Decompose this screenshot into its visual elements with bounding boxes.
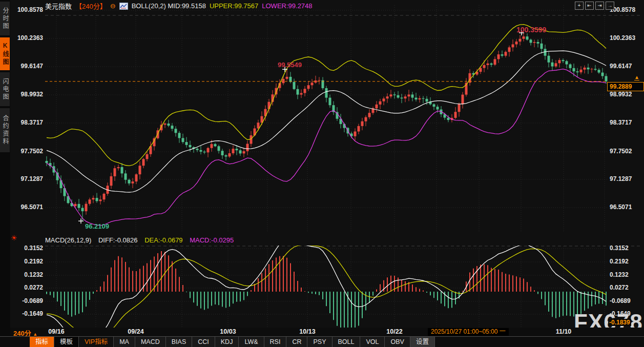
x-tick-10/13: 10/13 — [296, 328, 319, 335]
toolbar-item-设置[interactable]: 设置 — [410, 337, 435, 347]
pan-icon[interactable]: + — [575, 2, 584, 10]
boll-lower-readout: LOWER:99.2748 — [262, 2, 312, 10]
time-axis: 240分 ▲ 2025/10/27 01:00~05:00 一 09/1609/… — [0, 328, 644, 336]
axis-label: 99.6147 — [11, 63, 43, 70]
x-tick-09/16: 09/16 — [45, 328, 68, 335]
axis-label: -0.0689 — [610, 297, 631, 304]
live-indicator-icon[interactable]: ☀ — [11, 234, 17, 242]
boll-readout: BOLL(20,2) MID:99.5158 — [132, 2, 206, 10]
indicator-toolbar: 指标模板VIP指标MAMACDBIASCCIKDJLW&RSICRPSYBOLL… — [0, 336, 644, 347]
axis-label: 96.5071 — [11, 203, 43, 211]
axis-label: 98.9932 — [11, 91, 43, 98]
sidebar-tab-3[interactable]: 闪电图 — [0, 72, 10, 106]
scale-right-icon[interactable]: ⇥ — [595, 2, 604, 10]
chart-type-icon[interactable] — [119, 3, 128, 10]
window-controls: +⇤⇥→ — [575, 2, 614, 10]
sidebar: 分时图K线图闪电图合约资料 — [0, 0, 10, 347]
toolbar-item-VOL[interactable]: VOL — [360, 337, 385, 347]
price-up-arrow-icon: ▲ — [634, 75, 639, 80]
macd-title: MACD(26,12,9) — [45, 236, 91, 244]
axis-label: 98.9932 — [610, 91, 632, 98]
cursor-datetime-label: 2025/10/27 01:00~05:00 一 — [428, 328, 509, 336]
swing-high-label: 99.5549 — [278, 61, 302, 69]
toolbar-item-BOLL[interactable]: BOLL — [333, 337, 361, 347]
axis-label: 0.2192 — [11, 258, 43, 265]
axis-label: 0.2192 — [610, 258, 629, 265]
axis-label: 0.3152 — [610, 244, 629, 252]
toolbar-item-CCI[interactable]: CCI — [192, 337, 215, 347]
toolbar-item-PSY[interactable]: PSY — [307, 337, 332, 347]
axis-label: 97.1287 — [610, 175, 632, 182]
swing-low-label: 96.2109 — [85, 222, 109, 230]
toolbar-item-模板[interactable]: 模板 — [54, 337, 79, 347]
axis-label: -0.1649 — [11, 310, 43, 317]
axis-label: 100.2363 — [11, 34, 43, 42]
chart-header: 美元指数【240分】 ⊖ BOLL(20,2) MID:99.5158 UPPE… — [45, 2, 313, 10]
axis-label: -0.0689 — [11, 297, 43, 304]
axis-label: 98.3717 — [11, 119, 43, 126]
sidebar-tab-4[interactable]: 合约资料 — [0, 108, 10, 152]
period-label: 【240分】 — [75, 1, 107, 11]
toolbar-item-RSI[interactable]: RSI — [264, 337, 287, 347]
current-price-label: 99.2889 — [607, 82, 644, 91]
symbol-name: 美元指数 — [45, 1, 72, 11]
axis-label: 96.5071 — [610, 203, 632, 211]
sidebar-tab-1[interactable]: 分时图 — [0, 2, 10, 35]
toolbar-item-MACD[interactable]: MACD — [135, 337, 166, 347]
toolbar-item-指标[interactable]: 指标 — [30, 337, 54, 347]
toolbar-spacer — [0, 337, 30, 347]
x-tick-09/24: 09/24 — [124, 328, 147, 335]
axis-label: 100.2363 — [610, 34, 635, 42]
toolbar-item-BIAS[interactable]: BIAS — [166, 337, 193, 347]
macd-dea-readout: DEA:-0.0679 — [144, 236, 182, 244]
macd-min-label: -0.1839 — [608, 319, 631, 326]
chart-canvas[interactable] — [0, 0, 644, 347]
toolbar-item-LW&[interactable]: LW& — [239, 337, 264, 347]
axis-label: 98.3717 — [610, 119, 632, 126]
axis-label: 0.3152 — [11, 244, 43, 252]
axis-label: 97.7502 — [11, 148, 43, 155]
axis-label: 0.0272 — [610, 284, 629, 291]
axis-label: 99.6147 — [610, 63, 632, 70]
toolbar-item-CR[interactable]: CR — [286, 337, 307, 347]
axis-label: -0.1649 — [610, 310, 631, 317]
macd-header: MACD(26,12,9) DIFF:-0.0826 DEA:-0.0679 M… — [45, 236, 239, 244]
x-tick-10/03: 10/03 — [217, 328, 239, 335]
axis-label: 0.0272 — [11, 284, 43, 291]
macd-hist-readout: MACD:-0.0295 — [190, 236, 234, 244]
toolbar-item-KDJ[interactable]: KDJ — [215, 337, 239, 347]
axis-label: 0.1232 — [610, 271, 629, 278]
detach-icon[interactable]: → — [606, 2, 614, 10]
collapse-icon[interactable]: ⊖ — [110, 3, 116, 9]
axis-label: 97.1287 — [11, 175, 43, 182]
sidebar-tab-2[interactable]: K线图 — [0, 37, 10, 70]
macd-diff-readout: DIFF:-0.0826 — [98, 236, 138, 244]
toolbar-item-MA[interactable]: MA — [114, 337, 135, 347]
swing-high-label-2: 100.3599 — [516, 26, 546, 34]
axis-label: 0.1232 — [11, 271, 43, 278]
scale-left-icon[interactable]: ⇤ — [585, 2, 594, 10]
axis-label: 100.8578 — [11, 6, 43, 13]
x-tick-10/22: 10/22 — [383, 328, 406, 335]
x-tick-11/10: 11/10 — [552, 328, 575, 335]
boll-upper-readout: UPPER:99.7567 — [210, 2, 258, 10]
axis-label: 97.7502 — [610, 148, 632, 155]
toolbar-item-OBV[interactable]: OBV — [385, 337, 410, 347]
toolbar-item-VIP指标[interactable]: VIP指标 — [79, 337, 114, 347]
